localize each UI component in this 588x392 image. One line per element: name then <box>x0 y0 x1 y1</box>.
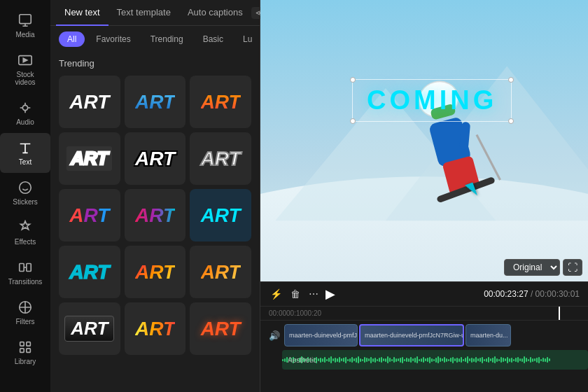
delete-button[interactable]: 🗑 <box>289 287 302 301</box>
waveform-bar <box>393 357 395 363</box>
filter-favorites[interactable]: Favorites <box>88 31 139 47</box>
tab-new-text[interactable]: New text <box>56 0 108 26</box>
waveform-bar <box>471 358 472 363</box>
handle-bl <box>350 118 356 124</box>
audio-track-row: Aesthetic // Generate waveform bars inli… <box>269 350 588 370</box>
style-text-13: ART <box>64 316 114 342</box>
waveform-bar <box>532 358 533 362</box>
waveform-bar <box>419 359 420 361</box>
style-card-10[interactable]: ART <box>59 246 120 298</box>
sidebar-item-stickers[interactable]: Stickers <box>0 173 50 213</box>
waveform-bar <box>408 358 410 362</box>
style-card-7[interactable]: ART <box>59 189 120 241</box>
trending-section-title: Trending <box>59 58 251 69</box>
waveform-bar <box>469 358 470 361</box>
timeline: ⚡ 🗑 ⋯ ▶ 00:00:23:27 / 00:00:30:01 00:00 … <box>260 281 588 392</box>
sidebar-item-label: Effects <box>15 238 36 246</box>
tab-text-template[interactable]: Text template <box>108 0 179 26</box>
filter-basic[interactable]: Basic <box>195 31 232 47</box>
ruler-mark-1: 00:10 <box>286 309 304 317</box>
style-card-15[interactable]: ART <box>190 302 251 355</box>
clip-1[interactable]: maarten-duineveld-pmfJc... <box>284 324 358 346</box>
style-card-9[interactable]: ART <box>190 189 251 241</box>
fullscreen-button[interactable]: ⛶ <box>563 259 582 276</box>
audio-label: Aesthetic <box>288 356 316 364</box>
waveform-bar <box>517 357 519 363</box>
clip-2[interactable]: maarten-duineveld-pmfJcN7RGiw-unsplash 1… <box>359 324 464 346</box>
svg-rect-0 <box>20 15 31 24</box>
style-card-5[interactable]: ART <box>125 132 186 185</box>
sidebar-item-stock-videos[interactable]: Stock videos <box>0 46 50 93</box>
more-button[interactable]: ⋯ <box>307 287 320 301</box>
waveform-bar <box>356 358 357 363</box>
effects-icon <box>18 220 33 235</box>
waveform-bar <box>440 358 441 362</box>
timeline-controls: ⚡ 🗑 ⋯ ▶ 00:00:23:27 / 00:00:30:01 <box>260 282 588 307</box>
waveform-bar <box>467 356 468 363</box>
audio-waveform: // Generate waveform bars inline (functi… <box>282 350 588 370</box>
style-text-12: ART <box>201 261 241 284</box>
waveform-bar <box>421 358 422 362</box>
style-card-6[interactable]: ART <box>190 132 251 185</box>
svg-rect-7 <box>20 342 24 346</box>
waveform-bar <box>522 358 523 362</box>
style-card-2[interactable]: ART <box>125 76 186 128</box>
waveform-bar <box>500 357 502 363</box>
filter-trending[interactable]: Trending <box>142 31 192 47</box>
preview-controls: Original ⛶ <box>504 259 582 276</box>
waveform-bar <box>496 358 498 362</box>
waveform-bar <box>442 358 443 361</box>
sidebar-item-label: Stickers <box>13 198 38 206</box>
time-current: 00:00:23:27 <box>484 289 528 299</box>
style-text-1: ART <box>69 91 109 113</box>
sidebar-item-library[interactable]: Library <box>0 332 50 372</box>
style-card-4[interactable]: ART <box>59 132 120 185</box>
waveform-bar <box>509 358 510 362</box>
waveform-bar <box>360 358 361 362</box>
play-button[interactable]: ▶ <box>326 286 335 302</box>
waveform-bar <box>349 358 351 362</box>
coming-text-overlay[interactable]: COMING <box>352 79 512 122</box>
filter-all[interactable]: All <box>59 31 85 47</box>
waveform-bar <box>540 359 542 361</box>
waveform-bar <box>391 359 393 361</box>
zoom-select[interactable]: Original <box>504 259 560 276</box>
audio-track[interactable]: Aesthetic // Generate waveform bars inli… <box>282 350 588 370</box>
sidebar-item-filters[interactable]: Filters <box>0 293 50 332</box>
sidebar-item-label: Filters <box>15 318 34 326</box>
waveform-bar <box>465 358 466 362</box>
waveform-bar <box>385 358 386 362</box>
style-text-6: ART <box>201 148 241 170</box>
sidebar-item-transitions[interactable]: Transitions <box>0 253 50 293</box>
sidebar-item-effects[interactable]: Effects <box>0 213 50 253</box>
handle-br <box>508 118 514 124</box>
filter-lu[interactable]: Lu <box>234 31 260 47</box>
style-card-13[interactable]: ART <box>59 302 120 355</box>
style-card-1[interactable]: ART <box>59 76 120 128</box>
handle-tr <box>508 77 514 83</box>
style-text-15: ART <box>201 318 241 340</box>
volume-icon: 🔊 <box>269 330 280 341</box>
sidebar-item-media[interactable]: Media <box>0 6 50 46</box>
style-card-3[interactable]: ART <box>190 76 251 128</box>
waveform-bar <box>358 356 359 363</box>
sidebar-item-audio[interactable]: Audio <box>0 93 50 133</box>
style-card-11[interactable]: ART <box>125 246 186 298</box>
waveform-bar <box>463 359 464 361</box>
styles-container: Trending ART ART ART ART ART ART <box>50 52 260 392</box>
waveform-bar <box>490 358 491 361</box>
waveform-bar <box>337 358 338 362</box>
waveform-bar <box>282 359 284 361</box>
tab-auto-captions[interactable]: Auto captions <box>179 0 251 26</box>
style-card-8[interactable]: ART <box>125 189 186 241</box>
waveform-bar <box>511 358 512 363</box>
transitions-icon <box>18 260 33 275</box>
clip-3[interactable]: maarten-du... <box>465 324 511 346</box>
split-button[interactable]: ⚡ <box>269 287 284 301</box>
sidebar-item-text[interactable]: Text <box>0 133 50 173</box>
waveform-bar <box>479 358 481 362</box>
style-card-14[interactable]: ART <box>125 302 186 355</box>
sidebar-item-label: Audio <box>16 118 34 126</box>
stickers-icon <box>18 180 33 195</box>
style-card-12[interactable]: ART <box>190 246 251 298</box>
